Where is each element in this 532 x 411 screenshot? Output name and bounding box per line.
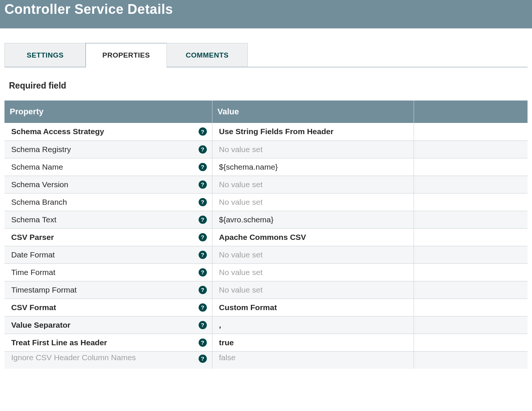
help-icon[interactable]: ? (199, 127, 207, 136)
property-cell: Schema Name? (4, 158, 212, 176)
help-icon[interactable]: ? (199, 355, 207, 363)
value-cell[interactable]: Custom Format (212, 299, 414, 316)
extra-cell (414, 334, 528, 351)
table-row[interactable]: Date Format?No value set (4, 246, 528, 263)
property-value: , (219, 321, 221, 329)
value-cell[interactable]: ${avro.schema} (212, 211, 414, 228)
tab-comments[interactable]: COMMENTS (167, 43, 248, 67)
property-name: Value Separator (11, 321, 71, 329)
property-cell: Treat First Line as Header? (4, 334, 212, 351)
table-row[interactable]: Schema Version?No value set (4, 176, 528, 193)
property-name: CSV Format (11, 303, 56, 312)
table-row[interactable]: Ignore CSV Header Column Names?false (4, 351, 528, 369)
extra-cell (414, 281, 528, 299)
property-name: Schema Branch (11, 198, 67, 206)
extra-cell (414, 158, 528, 176)
value-cell[interactable]: Apache Commons CSV (212, 228, 414, 246)
property-name: Schema Text (11, 215, 56, 224)
table-row[interactable]: Schema Registry?No value set (4, 140, 528, 158)
property-name: Schema Name (11, 163, 63, 171)
value-cell[interactable]: No value set (212, 140, 414, 158)
value-cell[interactable]: , (212, 316, 414, 334)
property-cell: Schema Text? (4, 211, 212, 228)
help-icon[interactable]: ? (199, 321, 207, 329)
dialog-content: SETTINGS PROPERTIES COMMENTS Required fi… (0, 28, 532, 369)
property-value: No value set (219, 285, 263, 294)
property-value: Apache Commons CSV (219, 233, 306, 241)
table-row[interactable]: CSV Format?Custom Format (4, 299, 528, 316)
value-cell[interactable]: No value set (212, 193, 414, 211)
value-cell[interactable]: No value set (212, 281, 414, 299)
table-row[interactable]: Schema Branch?No value set (4, 193, 528, 211)
table-row[interactable]: Schema Name?${schema.name} (4, 158, 528, 176)
extra-cell (414, 228, 528, 246)
extra-cell (414, 299, 528, 316)
table-row[interactable]: Timestamp Format?No value set (4, 281, 528, 299)
column-header-value: Value (212, 101, 414, 123)
tab-properties[interactable]: PROPERTIES (85, 43, 167, 67)
table-row[interactable]: Time Format?No value set (4, 263, 528, 281)
value-cell[interactable]: No value set (212, 176, 414, 193)
property-cell: Value Separator? (4, 316, 212, 334)
property-value: false (219, 353, 407, 362)
extra-cell (414, 246, 528, 263)
property-cell: Schema Registry? (4, 140, 212, 158)
dialog-header: Controller Service Details (0, 0, 532, 28)
property-name: Schema Version (11, 180, 68, 189)
property-value: true (219, 338, 234, 347)
property-name: Time Format (11, 268, 55, 276)
help-icon[interactable]: ? (199, 233, 207, 241)
tab-bar: SETTINGS PROPERTIES COMMENTS (4, 43, 528, 67)
extra-cell (414, 316, 528, 334)
property-cell: Schema Version? (4, 176, 212, 193)
help-icon[interactable]: ? (199, 145, 207, 154)
table-row[interactable]: Schema Access Strategy?Use String Fields… (4, 123, 528, 140)
column-header-property: Property (4, 101, 212, 123)
property-name: Schema Access Strategy (11, 127, 104, 136)
property-value: Custom Format (219, 303, 277, 312)
value-cell[interactable]: Use String Fields From Header (212, 123, 414, 140)
property-value: No value set (219, 268, 263, 276)
property-value: No value set (219, 250, 263, 259)
property-name: CSV Parser (11, 233, 54, 241)
table-row[interactable]: Schema Text?${avro.schema} (4, 211, 528, 228)
property-cell: Schema Branch? (4, 193, 212, 211)
table-header-row: Property Value (4, 101, 528, 123)
help-icon[interactable]: ? (199, 268, 207, 276)
property-name: Date Format (11, 250, 55, 259)
property-cell: Ignore CSV Header Column Names? (4, 351, 212, 369)
dialog-title: Controller Service Details (4, 1, 528, 17)
help-icon[interactable]: ? (199, 163, 207, 171)
help-icon[interactable]: ? (199, 216, 207, 224)
tab-settings[interactable]: SETTINGS (4, 43, 86, 67)
extra-cell (414, 123, 528, 140)
value-cell[interactable]: No value set (212, 246, 414, 263)
extra-cell (414, 211, 528, 228)
value-cell[interactable]: ${schema.name} (212, 158, 414, 176)
table-row[interactable]: CSV Parser?Apache Commons CSV (4, 228, 528, 246)
property-cell: Time Format? (4, 263, 212, 281)
help-icon[interactable]: ? (199, 339, 207, 347)
help-icon[interactable]: ? (199, 251, 207, 259)
property-value: Use String Fields From Header (219, 127, 334, 136)
column-header-extra (414, 101, 528, 123)
extra-cell (414, 351, 528, 369)
property-name: Schema Registry (11, 145, 71, 154)
property-cell: CSV Format? (4, 299, 212, 316)
value-cell[interactable]: No value set (212, 263, 414, 281)
property-value: No value set (219, 145, 263, 154)
help-icon[interactable]: ? (199, 180, 207, 189)
table-row[interactable]: Value Separator?, (4, 316, 528, 334)
help-icon[interactable]: ? (199, 286, 207, 294)
help-icon[interactable]: ? (199, 198, 207, 206)
value-cell[interactable]: true (212, 334, 414, 351)
property-value: No value set (219, 198, 263, 206)
table-row[interactable]: Treat First Line as Header?true (4, 334, 528, 351)
extra-cell (414, 140, 528, 158)
extra-cell (414, 176, 528, 193)
value-cell[interactable]: false (212, 351, 414, 369)
help-icon[interactable]: ? (199, 303, 207, 312)
property-cell: CSV Parser? (4, 228, 212, 246)
property-value: No value set (219, 180, 263, 189)
required-field-label: Required field (9, 81, 528, 91)
